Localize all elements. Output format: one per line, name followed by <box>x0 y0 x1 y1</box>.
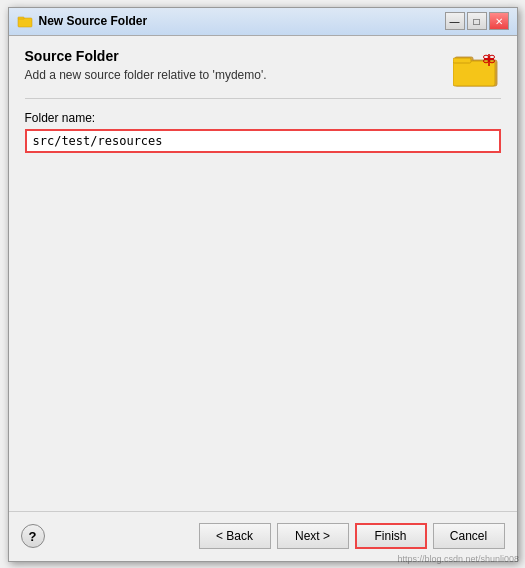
minimize-button[interactable]: — <box>445 12 465 30</box>
svg-rect-0 <box>18 18 32 27</box>
window-title: New Source Folder <box>39 14 445 28</box>
close-button[interactable]: ✕ <box>489 12 509 30</box>
footer: ? < Back Next > Finish Cancel <box>9 511 517 561</box>
svg-rect-1 <box>18 17 24 19</box>
cancel-button[interactable]: Cancel <box>433 523 505 549</box>
finish-button[interactable]: Finish <box>355 523 427 549</box>
title-bar: New Source Folder — □ ✕ <box>9 8 517 36</box>
folder-illustration <box>453 48 501 90</box>
form-area: Folder name: <box>25 111 501 503</box>
dialog-window: New Source Folder — □ ✕ Source Folder Ad… <box>8 7 518 562</box>
footer-buttons: < Back Next > Finish Cancel <box>199 523 505 549</box>
header-section: Source Folder Add a new source folder re… <box>25 48 501 99</box>
section-title: Source Folder <box>25 48 443 64</box>
watermark: https://blog.csdn.net/shunli008 <box>397 554 519 564</box>
window-controls: — □ ✕ <box>445 12 509 30</box>
window-icon <box>17 13 33 29</box>
header-text: Source Folder Add a new source folder re… <box>25 48 443 82</box>
next-button[interactable]: Next > <box>277 523 349 549</box>
spacer <box>25 153 501 503</box>
help-button[interactable]: ? <box>21 524 45 548</box>
section-subtitle: Add a new source folder relative to 'myd… <box>25 68 443 82</box>
maximize-button[interactable]: □ <box>467 12 487 30</box>
folder-name-input[interactable] <box>25 129 501 153</box>
dialog-content: Source Folder Add a new source folder re… <box>9 36 517 511</box>
folder-name-label: Folder name: <box>25 111 501 125</box>
back-button[interactable]: < Back <box>199 523 271 549</box>
svg-rect-5 <box>453 58 471 63</box>
